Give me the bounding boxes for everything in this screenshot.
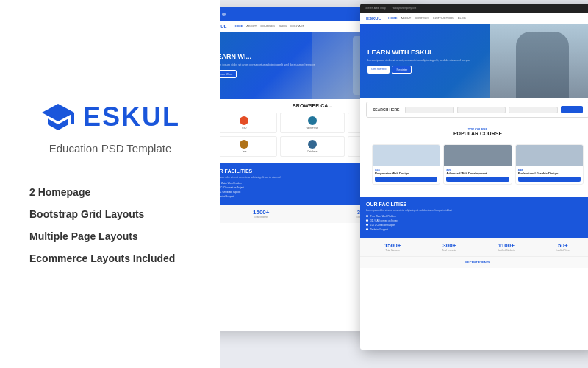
brand-subtitle: Education PSD Template — [49, 142, 172, 155]
mock-nav-logo-back: ESKUL — [220, 24, 226, 29]
course-card-1: $55 Responsive Web Design — [372, 144, 440, 185]
stat-students-label-back: Total Students — [220, 216, 311, 219]
course-enroll-btn-3[interactable] — [518, 177, 581, 182]
stat-instructor-num-front: 300+ — [423, 242, 476, 249]
features-list: 2 Homepage Bootstrap Grid Layouts Multip… — [29, 181, 191, 269]
course-body-3: $49 Professional Graphic Design — [516, 166, 583, 184]
db-icon — [308, 140, 317, 149]
mock-nav-logo-front: ESKUL — [366, 16, 381, 21]
facilities-section-front: OUR FACILITIES Lorem ipsum dolor sit ame… — [360, 197, 588, 238]
stat-certified-num-front: 1100+ — [480, 242, 533, 249]
feature-item-4: Ecommerce Layouts Included — [29, 247, 191, 269]
fac-dot-front-3 — [366, 224, 368, 226]
topbar-email: www.yourcompany.com — [393, 7, 416, 10]
mock-hero-front: LEARN WITH ESKUL Lorem ipsum dolor sit a… — [360, 24, 588, 98]
fac-item-front-4: Technical Support — [366, 228, 588, 231]
fac-label-front-3: 100 + Certificate Support — [370, 224, 395, 227]
left-panel: ESKUL Education PSD Template 2 Homepage … — [0, 0, 220, 368]
hero-subtitle-back: Lorem ipsum dolor sit amet consectetur a… — [220, 63, 315, 66]
browser-item-wp: WordPress — [280, 113, 345, 133]
popular-courses-title: POPULAR COURSE — [366, 131, 588, 136]
fac-item-front-3: 100 + Certificate Support — [366, 224, 588, 227]
stat-students-back: 1500+ Total Students — [220, 209, 311, 219]
facilities-title-front: OUR FACILITIES — [366, 202, 588, 207]
search-input-field[interactable] — [405, 107, 454, 113]
hero-title-back: LEARN WI... — [220, 53, 315, 61]
java-label: Java — [220, 150, 275, 153]
fac-dot-front-1 — [366, 215, 368, 217]
fac-dot-front-4 — [366, 228, 368, 230]
db-label: Database — [282, 150, 343, 153]
course-title-3: Professional Graphic Design — [518, 171, 581, 175]
course-title-2: Advanced Web Development — [446, 171, 509, 175]
mockup-container: ESKUL HOME ABOUT COURSES BLOG CONTACT LE… — [220, 0, 588, 368]
brand-logo: ESKUL — [40, 99, 180, 135]
course-img-3 — [516, 145, 583, 166]
course-title-1: Responsive Web Design — [375, 171, 437, 175]
stat-instructor-label-front: Total Instructor — [423, 249, 476, 252]
course-cards-row: $55 Responsive Web Design $99 Advanced W… — [366, 141, 588, 188]
wp-icon — [308, 116, 317, 125]
stat-certified-label-front: Certified Students — [480, 249, 533, 252]
fac-label-4: Technical Support — [220, 195, 234, 198]
fac-label-front-4: Technical Support — [370, 228, 388, 231]
wp-label: WordPress — [282, 127, 343, 130]
fac-label-2: 3D / CAD convert on Project — [220, 186, 244, 189]
stat-students-num-back: 1500+ — [220, 209, 311, 216]
hero-person-area — [490, 24, 588, 98]
right-panel: ESKUL HOME ABOUT COURSES BLOG CONTACT LE… — [220, 0, 588, 368]
search-title: SEARCH HERE — [373, 107, 402, 112]
hero-btns-front: Get Started Register — [368, 66, 470, 74]
feature-item-2: Bootstrap Grid Layouts — [29, 203, 191, 225]
course-enroll-btn-2[interactable] — [446, 177, 509, 182]
hero-btn-started[interactable]: Get Started — [368, 66, 390, 74]
nav-link-courses-front: COURSES — [415, 16, 429, 20]
nav-link-home: HOME — [234, 24, 243, 28]
hero-btns-back: Learn More — [220, 70, 315, 78]
popular-courses-section: TOP COURSE POPULAR COURSE $55 Responsive… — [360, 121, 588, 194]
hero-btn-primary-back[interactable]: Learn More — [220, 70, 237, 78]
java-icon — [240, 140, 248, 149]
mock-nav-front: ESKUL HOME ABOUT COURSES INSTRUCTORS BLO… — [360, 13, 588, 24]
stat-instructor-front: 300+ Total Instructor — [423, 242, 476, 252]
mock-nav-links-back: HOME ABOUT COURSES BLOG CONTACT — [234, 24, 304, 28]
browser-item-psd: PSD — [220, 113, 277, 133]
stat-students-num-front: 1500+ — [366, 242, 419, 249]
search-button[interactable] — [561, 106, 583, 113]
person-silhouette — [516, 32, 569, 98]
nav-link-about-front: ABOUT — [401, 16, 411, 20]
fac-item-front-1: Free Water Work Problem — [366, 215, 588, 218]
nav-link-instructors-front: INSTRUCTORS — [433, 16, 454, 20]
hero-title-front: LEARN WITH ESKUL — [368, 49, 470, 57]
course-enroll-btn-1[interactable] — [375, 177, 437, 182]
search-topic-field[interactable] — [509, 107, 558, 113]
fac-label-1: Free Water Work Problem — [220, 182, 242, 185]
topbar-address: Excellent Area, Today — [365, 7, 386, 10]
stat-prizes-label-front: Enrolled Prizes — [537, 249, 588, 252]
mock-topbar-front: Excellent Area, Today www.yourcompany.co… — [360, 4, 588, 13]
hero-btn-register[interactable]: Register — [392, 66, 412, 74]
course-body-1: $55 Responsive Web Design — [373, 166, 440, 184]
browser-item-db: Database — [280, 136, 345, 157]
search-category-field[interactable] — [457, 107, 506, 113]
nav-link-home-front: HOME — [388, 16, 397, 20]
nav-link-about: ABOUT — [246, 24, 257, 28]
browser-item-java: Java — [220, 136, 277, 157]
feature-item-3: Multiple Page Layouts — [29, 225, 191, 247]
course-card-3: $49 Professional Graphic Design — [515, 144, 584, 185]
nav-link-blog: BLOG — [279, 24, 287, 28]
mock-nav-links-front: HOME ABOUT COURSES INSTRUCTORS BLOG — [388, 16, 466, 20]
mockup-front: Excellent Area, Today www.yourcompany.co… — [360, 4, 588, 350]
fac-item-front-2: 3D / CAD convert on Project — [366, 219, 588, 222]
graduation-cap-icon — [40, 99, 76, 135]
bar-dot-3 — [222, 13, 226, 16]
stat-prizes-front: 50+ Enrolled Prizes — [537, 242, 588, 252]
fac-dot-front-2 — [366, 219, 368, 222]
recent-events-label: RECENT EVENTS — [366, 261, 588, 264]
hero-text-back: LEARN WI... Lorem ipsum dolor sit amet c… — [220, 53, 315, 79]
brand-name: ESKUL — [83, 102, 180, 132]
search-box: SEARCH HERE — [366, 102, 588, 118]
course-card-2: $99 Advanced Web Development — [443, 144, 512, 185]
stat-students-label-front: Total Students — [366, 249, 419, 252]
hero-text-front: LEARN WITH ESKUL Lorem ipsum dolor sit a… — [368, 49, 470, 74]
